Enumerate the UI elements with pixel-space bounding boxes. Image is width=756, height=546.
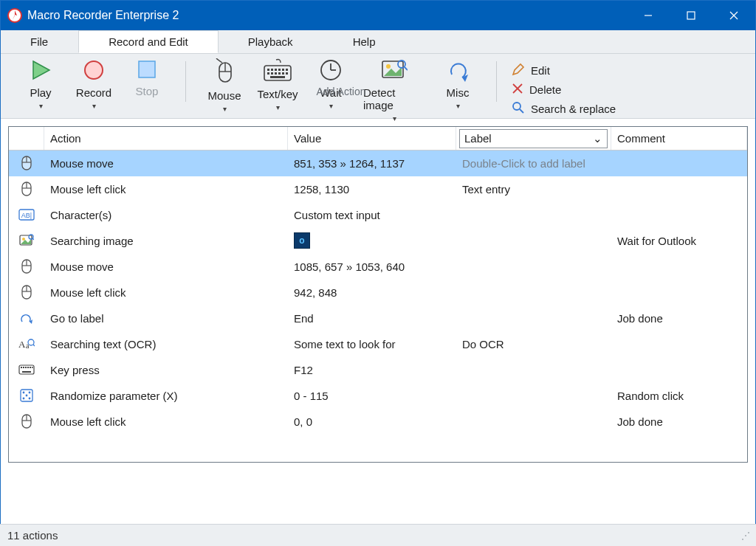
table-row[interactable]: Key pressF12	[9, 357, 747, 383]
cell-comment	[611, 176, 747, 201]
cell-comment	[611, 254, 747, 279]
grid-header: Action Value Label ⌄ Comment	[9, 127, 747, 151]
table-row[interactable]: Searching imageoWait for Outlook	[9, 228, 747, 254]
status-text: 11 actions	[7, 529, 58, 542]
svg-point-69	[23, 392, 25, 394]
cell-value: 942, 848	[288, 280, 456, 305]
chevron-down-icon: ▾	[393, 114, 396, 122]
mouse-icon	[9, 409, 44, 434]
delete-button[interactable]: Delete	[512, 83, 616, 97]
tab-record-and-edit[interactable]: Record and Edit	[78, 30, 219, 53]
play-button[interactable]: Play ▾	[14, 58, 67, 83]
svg-point-72	[23, 398, 25, 400]
svg-rect-61	[21, 367, 22, 368]
svg-point-70	[29, 392, 31, 394]
ribbon: Play ▾ Record ▾ Stop Mouse ▾	[1, 54, 755, 119]
svg-rect-20	[275, 72, 277, 75]
table-row[interactable]: Mouse left click942, 848	[9, 280, 747, 305]
table-row[interactable]: AB|Character(s)Custom text input	[9, 202, 747, 228]
tab-file[interactable]: File	[1, 30, 78, 53]
cell-action: Mouse left click	[44, 409, 288, 434]
cell-label[interactable]: Do OCR	[456, 331, 611, 356]
svg-rect-63	[25, 367, 27, 368]
mouse-icon	[9, 254, 44, 279]
label-dropdown[interactable]: Label ⌄	[459, 129, 608, 148]
cell-label[interactable]	[456, 254, 611, 279]
cell-comment: Wait for Outlook	[611, 228, 747, 253]
cell-label[interactable]: Text entry	[456, 176, 611, 201]
cell-action: Go to label	[44, 305, 288, 331]
cell-label[interactable]	[456, 280, 611, 305]
table-row[interactable]: Mouse move1085, 657 » 1053, 640	[9, 254, 747, 280]
cell-label[interactable]: Double-Click to add label	[456, 151, 611, 176]
chevron-down-icon: ▾	[276, 103, 280, 111]
cell-action: Searching image	[44, 228, 288, 253]
cell-label[interactable]	[456, 409, 611, 434]
wait-button[interactable]: Wait ▾	[304, 58, 357, 83]
close-button[interactable]	[712, 1, 755, 30]
record-button[interactable]: Record ▾	[67, 58, 120, 83]
mouse-icon	[9, 151, 44, 176]
ocr-icon: Aa	[9, 331, 44, 356]
window-title: Macro Recorder Enterprise 2	[27, 9, 179, 22]
textkey-button[interactable]: Text/key ▾	[251, 58, 304, 83]
cell-label[interactable]	[456, 305, 611, 331]
svg-point-46	[22, 238, 25, 241]
header-comment[interactable]: Comment	[611, 127, 747, 150]
stop-button[interactable]: Stop	[120, 58, 173, 83]
cell-action: Key press	[44, 357, 288, 382]
cell-label[interactable]	[456, 383, 611, 408]
cell-label[interactable]	[456, 202, 611, 227]
table-row[interactable]: Mouse left click1258, 1130Text entry	[9, 176, 747, 202]
table-row[interactable]: AaSearching text (OCR)Some text to look …	[9, 331, 747, 357]
maximize-button[interactable]	[670, 1, 712, 30]
tab-playback[interactable]: Playback	[219, 30, 323, 53]
svg-rect-67	[22, 371, 31, 373]
svg-rect-23	[286, 72, 288, 75]
cell-comment	[611, 202, 747, 227]
grid-body[interactable]: Mouse move851, 353 » 1264, 1137Double-Cl…	[9, 151, 747, 462]
app-icon	[7, 7, 23, 24]
chevron-down-icon: ▾	[39, 102, 43, 110]
main-area: Action Value Label ⌄ Comment Mouse move8…	[1, 119, 755, 470]
table-row[interactable]: Mouse left click0, 0Job done	[9, 409, 747, 435]
image-icon	[9, 228, 44, 253]
chevron-down-icon: ⌄	[593, 132, 602, 145]
clock-icon	[319, 58, 343, 82]
cell-value: 0 - 115	[288, 383, 456, 408]
cell-label[interactable]	[456, 228, 611, 253]
edit-button[interactable]: Edit	[512, 63, 616, 78]
status-bar: 11 actions ⋰	[0, 524, 756, 546]
detect-image-button[interactable]: Detect image ▾	[357, 58, 431, 83]
svg-rect-64	[27, 367, 29, 368]
table-row[interactable]: Randomize parameter (X)0 - 115Random cli…	[9, 383, 747, 409]
record-icon	[82, 58, 106, 82]
svg-rect-65	[30, 367, 31, 368]
table-row[interactable]: Mouse move851, 353 » 1264, 1137Double-Cl…	[9, 151, 747, 176]
tab-help[interactable]: Help	[323, 30, 406, 53]
svg-point-73	[29, 398, 31, 400]
header-value[interactable]: Value	[288, 127, 456, 150]
svg-rect-22	[282, 72, 284, 75]
cell-label[interactable]	[456, 357, 611, 382]
svg-rect-2	[687, 12, 695, 19]
window-controls	[627, 1, 755, 30]
cell-comment	[611, 280, 747, 305]
keyboard-icon	[9, 357, 44, 382]
cell-action: Randomize parameter (X)	[44, 383, 288, 408]
search-replace-button[interactable]: Search & replace	[512, 101, 616, 117]
cell-action: Mouse left click	[44, 176, 288, 201]
cell-comment: Random click	[611, 383, 747, 408]
mouse-button[interactable]: Mouse ▾	[198, 58, 251, 83]
cell-value: F12	[288, 357, 456, 382]
minimize-button[interactable]	[627, 1, 670, 30]
cell-value: 851, 353 » 1264, 1137	[288, 151, 456, 176]
table-row[interactable]: Go to labelEndJob done	[9, 305, 747, 331]
chevron-down-icon: ▾	[329, 102, 333, 110]
resize-grip-icon[interactable]: ⋰	[741, 531, 749, 541]
cell-comment	[611, 151, 747, 176]
header-action[interactable]: Action	[44, 127, 288, 150]
svg-rect-19	[271, 72, 273, 75]
misc-button[interactable]: Misc ▾	[431, 58, 484, 83]
svg-rect-66	[32, 367, 33, 368]
